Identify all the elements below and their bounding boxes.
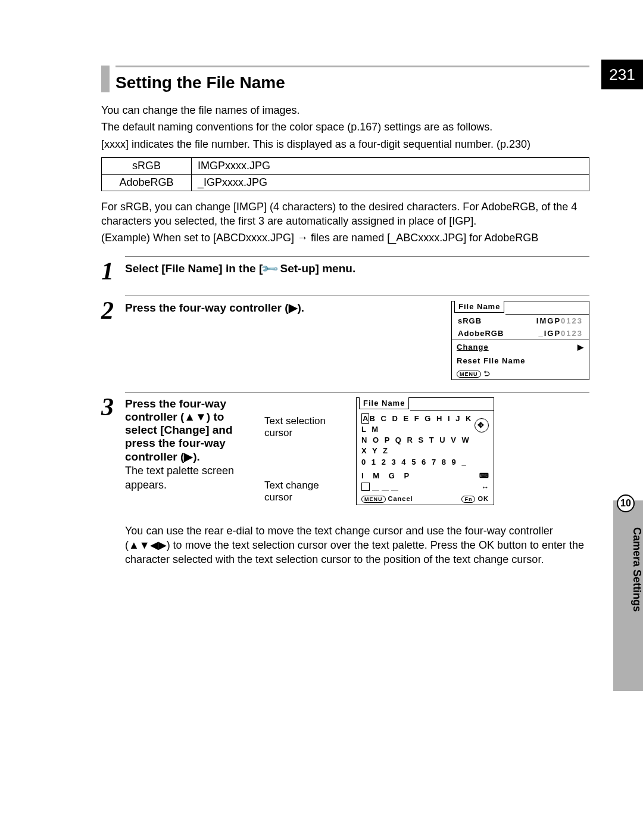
edial-icon: ⌨ bbox=[479, 472, 489, 480]
cell-adobe: AdobeRGB bbox=[102, 174, 192, 191]
footer-cancel: Cancel bbox=[388, 495, 413, 502]
entry-field: I M G P ⌨ bbox=[357, 470, 494, 481]
row-val-pre: _ bbox=[538, 329, 544, 338]
menu-label: Reset File Name bbox=[457, 356, 525, 365]
palette-row: B C D E F G H I J K L M bbox=[361, 414, 473, 434]
page-number: 231 bbox=[601, 60, 643, 89]
step-num-2: 2 bbox=[101, 298, 125, 323]
menu-label: Change bbox=[457, 343, 489, 351]
text-change-cursor bbox=[361, 483, 370, 491]
row-label: sRGB bbox=[458, 316, 482, 325]
step-num-3: 3 bbox=[101, 394, 125, 419]
manual-page: 231 10 Camera Settings Setting the File … bbox=[0, 0, 643, 840]
step-num-1: 1 bbox=[101, 259, 125, 284]
step1-title-pre: Select [File Name] in the [ bbox=[125, 262, 263, 275]
row-val-fade: 0123 bbox=[561, 316, 583, 325]
wrench-icon: 🔧 bbox=[260, 259, 280, 278]
section-header: Setting the File Name bbox=[101, 66, 589, 92]
intro-p2: The default naming conventions for the c… bbox=[101, 120, 589, 134]
screen-row-adobe: AdobeRGB _IGP0123 bbox=[452, 327, 589, 340]
step1-title: Select [File Name] in the [🔧 Set-up] men… bbox=[125, 262, 589, 275]
step3-title: Press the four-way controller (▲▼) to se… bbox=[125, 397, 256, 463]
cell-srgb-val: IMGPxxxx.JPG bbox=[192, 157, 589, 174]
cell-adobe-val: _IGPxxxx.JPG bbox=[192, 174, 589, 191]
step-3: 3 Press the four-way controller (▲▼) to … bbox=[101, 392, 589, 570]
menu-button-icon: MENU bbox=[361, 496, 386, 503]
row-val-fade: 0123 bbox=[561, 329, 583, 338]
chapter-number: 10 bbox=[617, 494, 635, 512]
cell-srgb: sRGB bbox=[102, 157, 192, 174]
back-icon: ⮌ bbox=[483, 370, 491, 377]
steps: 1 Select [File Name] in the [🔧 Set-up] m… bbox=[101, 256, 589, 570]
chevron-right-icon: ▶ bbox=[578, 343, 584, 351]
intro-p1: You can change the file names of images. bbox=[101, 103, 589, 117]
label-text-selection: Text selection cursor bbox=[264, 415, 344, 439]
camera-screen-file-name: File Name sRGB IMGP0123 AdobeRGB _IGP012… bbox=[451, 301, 589, 380]
screen-title-tab: File Name bbox=[454, 301, 504, 313]
after-table-p1: For sRGB, you can change [IMGP] (4 chara… bbox=[101, 200, 589, 229]
table-row: sRGB IMGPxxxx.JPG bbox=[102, 157, 589, 174]
camera-screen-text-palette: File Name AB C D E F G H I J K L M N O P… bbox=[356, 397, 494, 505]
step-2: 2 Press the four-way controller (▶). Fil… bbox=[101, 295, 589, 380]
screen-row-srgb: sRGB IMGP0123 bbox=[452, 315, 589, 327]
step3-desc: The text palette screen appears. bbox=[125, 463, 256, 493]
footer-ok: OK bbox=[478, 495, 489, 502]
filename-table: sRGB IMGPxxxx.JPG AdobeRGB _IGPxxxx.JPG bbox=[101, 157, 589, 191]
entry-text: I M G P bbox=[361, 471, 413, 480]
palette-selected-char: A bbox=[361, 413, 369, 424]
menu-change[interactable]: Change ▶ bbox=[452, 340, 589, 354]
step2-title: Press the four-way controller (▶). bbox=[125, 301, 443, 315]
callout-labels: Text selection cursor Text change cursor bbox=[264, 397, 348, 520]
palette-row: 0 1 2 3 4 5 6 7 8 9 _ bbox=[361, 457, 475, 468]
text-palette[interactable]: AB C D E F G H I J K L M N O P Q R S T U… bbox=[361, 413, 475, 468]
section-title: Setting the File Name bbox=[116, 73, 589, 92]
step3-note: You can use the rear e-dial to move the … bbox=[125, 524, 589, 567]
section-bar bbox=[101, 66, 110, 92]
after-table-p2: (Example) When set to [ABCDxxxx.JPG] → f… bbox=[101, 231, 589, 245]
palette-row: N O P Q R S T U V W X Y Z bbox=[361, 435, 475, 456]
table-row: AdobeRGB _IGPxxxx.JPG bbox=[102, 174, 589, 191]
row-label: AdobeRGB bbox=[458, 329, 504, 338]
row-val-bold: IMGP bbox=[536, 316, 561, 325]
row-val-bold: IGP bbox=[544, 329, 561, 338]
menu-reset[interactable]: Reset File Name bbox=[452, 354, 589, 368]
step1-title-post: Set-up] menu. bbox=[277, 262, 355, 275]
left-right-icon: ↔ bbox=[481, 483, 489, 491]
fn-button-icon: Fn bbox=[461, 496, 475, 503]
chapter-label: Camera Settings bbox=[613, 524, 643, 679]
chapter-tab: 10 Camera Settings bbox=[613, 500, 643, 691]
dpad-icon: ✥ bbox=[475, 418, 489, 433]
intro-p3: [xxxx] indicates the file number. This i… bbox=[101, 137, 589, 151]
menu-button-icon: MENU bbox=[457, 371, 481, 378]
screen-title-tab: File Name bbox=[359, 397, 409, 409]
label-text-change: Text change cursor bbox=[264, 480, 344, 503]
step-1: 1 Select [File Name] in the [🔧 Set-up] m… bbox=[101, 256, 589, 284]
